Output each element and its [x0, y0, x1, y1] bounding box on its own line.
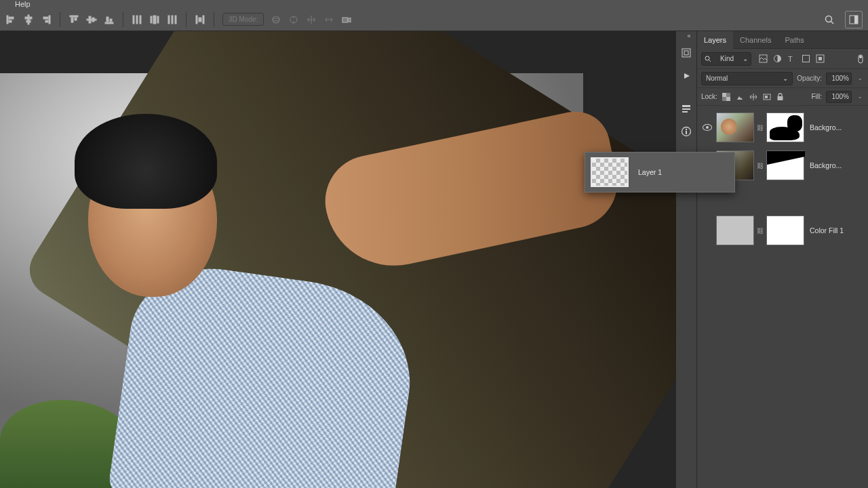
svg-rect-38 — [682, 49, 690, 57]
dragging-layer-row[interactable]: Layer 1 — [585, 152, 735, 192]
align-horizontal-centers-icon[interactable] — [20, 12, 37, 28]
svg-rect-45 — [686, 129, 687, 130]
svg-rect-59 — [726, 97, 730, 101]
search-icon[interactable] — [821, 11, 838, 28]
svg-rect-6 — [49, 16, 50, 24]
svg-rect-7 — [43, 17, 48, 19]
layer-row[interactable]: ⛓ Color Fill 1 — [697, 211, 868, 249]
svg-rect-12 — [87, 19, 96, 20]
3d-slide-icon[interactable] — [321, 12, 337, 28]
svg-rect-37 — [854, 16, 858, 24]
distribute-spacing-icon[interactable] — [192, 12, 208, 28]
svg-rect-53 — [802, 56, 809, 62]
3d-mode-label: 3D Mode: — [222, 13, 264, 26]
align-left-edges-icon[interactable] — [3, 12, 19, 28]
filter-kind-dropdown[interactable]: Kind ⌄ — [701, 52, 751, 66]
document-canvas[interactable] — [0, 73, 583, 488]
distribute-horizontal-left-icon[interactable] — [129, 12, 145, 28]
visibility-toggle[interactable] — [701, 213, 713, 248]
lock-transparency-icon[interactable] — [722, 92, 731, 102]
panel-collapse-toggle[interactable]: « — [683, 31, 695, 41]
lock-position-icon[interactable] — [749, 92, 758, 102]
fill-chevron-icon[interactable]: ⌄ — [856, 91, 864, 103]
properties-panel-icon[interactable] — [679, 102, 693, 115]
layer-thumbnail[interactable] — [716, 113, 754, 142]
svg-rect-2 — [9, 20, 12, 22]
3d-camera-icon[interactable] — [338, 12, 355, 28]
search-small-icon — [705, 56, 711, 62]
align-right-edges-icon[interactable] — [38, 12, 54, 28]
layer-name: Layer 1 — [638, 168, 729, 176]
align-bottom-edges-icon[interactable] — [101, 12, 117, 28]
layer-mask-thumbnail[interactable] — [766, 150, 804, 180]
svg-rect-1 — [9, 17, 14, 19]
collapsed-panel-dock — [676, 31, 696, 488]
layer-name[interactable]: Backgro... — [810, 161, 864, 169]
link-mask-icon[interactable]: ⛓ — [757, 227, 764, 235]
svg-rect-9 — [70, 16, 78, 17]
workspace-switcher-icon[interactable] — [845, 11, 863, 28]
blend-mode-row: Normal ⌄ Opacity: 100% ⌄ — [697, 69, 868, 88]
align-vertical-centers-icon[interactable] — [83, 12, 100, 28]
svg-rect-24 — [168, 16, 170, 24]
svg-rect-22 — [153, 16, 156, 24]
layer-mask-thumbnail[interactable] — [766, 113, 804, 142]
layer-thumbnail[interactable] — [716, 216, 754, 245]
lock-label: Lock: — [701, 93, 717, 100]
chevron-down-icon: ⌄ — [743, 55, 748, 62]
3d-pan-icon[interactable] — [303, 12, 319, 28]
svg-rect-27 — [196, 16, 197, 24]
filter-smartobject-icon[interactable] — [815, 54, 825, 64]
visibility-eye-icon[interactable] — [703, 124, 712, 131]
lock-artboard-icon[interactable] — [762, 92, 772, 102]
blend-mode-dropdown[interactable]: Normal ⌄ — [701, 72, 793, 85]
filter-type-icon[interactable]: T — [787, 54, 796, 64]
svg-rect-23 — [157, 16, 159, 23]
svg-rect-63 — [765, 96, 768, 98]
lock-all-icon[interactable] — [776, 92, 785, 102]
filter-pixel-icon[interactable] — [758, 54, 768, 64]
svg-rect-15 — [105, 22, 113, 24]
3d-roll-icon[interactable] — [285, 12, 302, 28]
canvas-area[interactable] — [0, 31, 676, 488]
svg-rect-10 — [71, 18, 73, 22]
fill-value[interactable]: 100% — [826, 91, 852, 103]
opacity-label[interactable]: Opacity: — [797, 75, 822, 82]
tab-paths[interactable]: Paths — [778, 31, 811, 49]
lock-image-icon[interactable] — [735, 92, 745, 102]
layers-panel: Layers Channels Paths Kind ⌄ T Normal — [696, 31, 868, 488]
distribute-horizontal-center-icon[interactable] — [146, 12, 163, 28]
tab-channels[interactable]: Channels — [733, 31, 778, 49]
opacity-value[interactable]: 100% — [826, 73, 852, 85]
filter-adjustment-icon[interactable] — [772, 54, 782, 64]
distribute-horizontal-right-icon[interactable] — [164, 12, 180, 28]
info-panel-icon[interactable] — [679, 125, 693, 138]
layer-name[interactable]: Backgro... — [810, 123, 864, 131]
3d-orbit-icon[interactable] — [268, 12, 284, 28]
svg-point-30 — [273, 16, 279, 23]
tab-layers[interactable]: Layers — [697, 31, 733, 49]
link-mask-icon[interactable]: ⛓ — [757, 124, 764, 131]
fill-label[interactable]: Fill: — [811, 93, 822, 100]
align-top-edges-icon[interactable] — [66, 12, 82, 28]
layer-name[interactable]: Color Fill 1 — [810, 226, 864, 235]
history-panel-icon[interactable] — [679, 46, 693, 60]
layer-row[interactable]: ⛓ Backgro... — [697, 108, 868, 146]
svg-rect-20 — [140, 16, 141, 24]
filter-toggle-switch[interactable] — [857, 54, 864, 64]
svg-rect-39 — [684, 51, 688, 55]
menu-help[interactable]: Help — [15, 0, 31, 8]
filter-shape-icon[interactable] — [801, 54, 810, 64]
svg-rect-19 — [136, 16, 138, 24]
svg-rect-16 — [106, 17, 108, 22]
chevron-down-icon: ⌄ — [783, 75, 788, 82]
svg-rect-13 — [89, 16, 91, 23]
layer-mask-thumbnail[interactable] — [766, 216, 804, 245]
filter-kind-label: Kind — [720, 55, 734, 62]
actions-panel-icon[interactable] — [679, 69, 693, 83]
link-mask-icon[interactable]: ⛓ — [757, 162, 764, 169]
opacity-chevron-icon[interactable]: ⌄ — [856, 73, 864, 85]
svg-rect-3 — [28, 15, 29, 24]
svg-line-35 — [831, 21, 834, 24]
svg-rect-42 — [682, 111, 688, 113]
